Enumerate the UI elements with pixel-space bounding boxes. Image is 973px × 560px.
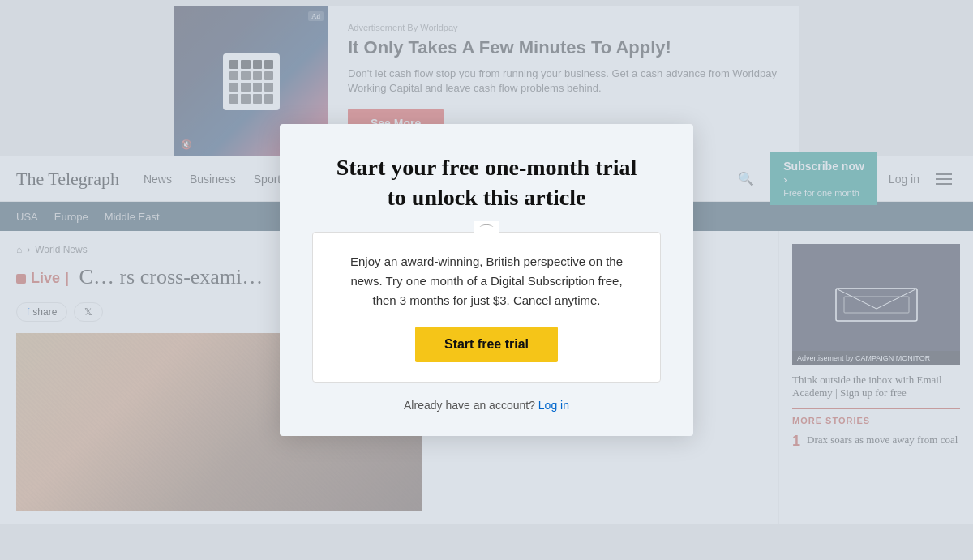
modal-footer: Already have an account? Log in [312,399,661,412]
modal-body-text: Enjoy an award-winning, British perspect… [339,252,634,310]
modal-login-link[interactable]: Log in [538,399,569,412]
start-free-trial-button[interactable]: Start free trial [415,327,558,362]
modal-title: Start your free one-month trialto unlock… [312,153,661,212]
modal-inner-box: Enjoy an award-winning, British perspect… [312,232,661,383]
modal-footer-text: Already have an account? [404,399,535,412]
modal-dialog: Start your free one-month trialto unlock… [280,124,693,436]
modal-overlay: Start your free one-month trialto unlock… [0,0,973,560]
page-background: Ad 🔇 Advertisement By Worldpay It Only T… [0,0,973,560]
